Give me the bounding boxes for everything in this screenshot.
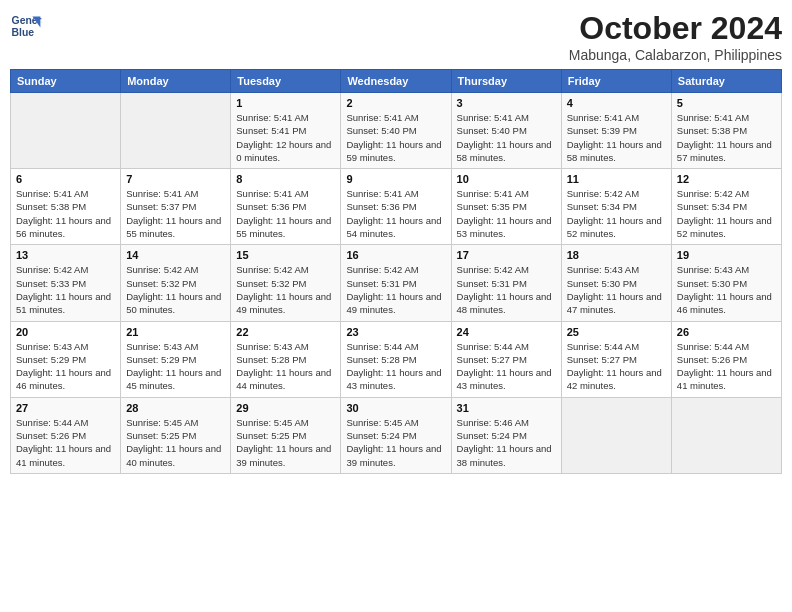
day-info: Sunrise: 5:45 AMSunset: 5:25 PMDaylight:… — [236, 416, 335, 469]
calendar-cell: 2Sunrise: 5:41 AMSunset: 5:40 PMDaylight… — [341, 93, 451, 169]
logo: General Blue — [10, 10, 42, 42]
day-number: 30 — [346, 402, 445, 414]
calendar-cell — [561, 397, 671, 473]
day-number: 21 — [126, 326, 225, 338]
day-info: Sunrise: 5:42 AMSunset: 5:32 PMDaylight:… — [236, 263, 335, 316]
day-number: 9 — [346, 173, 445, 185]
day-number: 27 — [16, 402, 115, 414]
day-number: 7 — [126, 173, 225, 185]
calendar-cell: 5Sunrise: 5:41 AMSunset: 5:38 PMDaylight… — [671, 93, 781, 169]
week-row-2: 6Sunrise: 5:41 AMSunset: 5:38 PMDaylight… — [11, 169, 782, 245]
day-info: Sunrise: 5:42 AMSunset: 5:31 PMDaylight:… — [346, 263, 445, 316]
day-info: Sunrise: 5:45 AMSunset: 5:25 PMDaylight:… — [126, 416, 225, 469]
day-number: 18 — [567, 249, 666, 261]
day-info: Sunrise: 5:42 AMSunset: 5:34 PMDaylight:… — [677, 187, 776, 240]
calendar-cell: 29Sunrise: 5:45 AMSunset: 5:25 PMDayligh… — [231, 397, 341, 473]
location-title: Mabunga, Calabarzon, Philippines — [569, 47, 782, 63]
day-number: 22 — [236, 326, 335, 338]
day-info: Sunrise: 5:42 AMSunset: 5:34 PMDaylight:… — [567, 187, 666, 240]
day-info: Sunrise: 5:41 AMSunset: 5:40 PMDaylight:… — [457, 111, 556, 164]
day-info: Sunrise: 5:43 AMSunset: 5:29 PMDaylight:… — [16, 340, 115, 393]
weekday-header-monday: Monday — [121, 70, 231, 93]
day-number: 13 — [16, 249, 115, 261]
week-row-1: 1Sunrise: 5:41 AMSunset: 5:41 PMDaylight… — [11, 93, 782, 169]
calendar-cell: 27Sunrise: 5:44 AMSunset: 5:26 PMDayligh… — [11, 397, 121, 473]
calendar-cell: 11Sunrise: 5:42 AMSunset: 5:34 PMDayligh… — [561, 169, 671, 245]
day-number: 2 — [346, 97, 445, 109]
calendar-cell: 26Sunrise: 5:44 AMSunset: 5:26 PMDayligh… — [671, 321, 781, 397]
weekday-header-sunday: Sunday — [11, 70, 121, 93]
calendar-cell: 22Sunrise: 5:43 AMSunset: 5:28 PMDayligh… — [231, 321, 341, 397]
day-info: Sunrise: 5:41 AMSunset: 5:35 PMDaylight:… — [457, 187, 556, 240]
calendar-cell: 8Sunrise: 5:41 AMSunset: 5:36 PMDaylight… — [231, 169, 341, 245]
day-number: 17 — [457, 249, 556, 261]
weekday-header-friday: Friday — [561, 70, 671, 93]
weekday-header-saturday: Saturday — [671, 70, 781, 93]
day-number: 12 — [677, 173, 776, 185]
day-number: 23 — [346, 326, 445, 338]
calendar-cell: 1Sunrise: 5:41 AMSunset: 5:41 PMDaylight… — [231, 93, 341, 169]
day-info: Sunrise: 5:41 AMSunset: 5:40 PMDaylight:… — [346, 111, 445, 164]
calendar-cell — [121, 93, 231, 169]
calendar-cell: 31Sunrise: 5:46 AMSunset: 5:24 PMDayligh… — [451, 397, 561, 473]
day-info: Sunrise: 5:43 AMSunset: 5:29 PMDaylight:… — [126, 340, 225, 393]
calendar-cell — [11, 93, 121, 169]
calendar-cell: 4Sunrise: 5:41 AMSunset: 5:39 PMDaylight… — [561, 93, 671, 169]
day-number: 5 — [677, 97, 776, 109]
day-number: 11 — [567, 173, 666, 185]
month-title: October 2024 — [569, 10, 782, 47]
calendar-cell: 7Sunrise: 5:41 AMSunset: 5:37 PMDaylight… — [121, 169, 231, 245]
day-info: Sunrise: 5:44 AMSunset: 5:27 PMDaylight:… — [457, 340, 556, 393]
calendar-cell: 23Sunrise: 5:44 AMSunset: 5:28 PMDayligh… — [341, 321, 451, 397]
day-number: 25 — [567, 326, 666, 338]
calendar-cell: 18Sunrise: 5:43 AMSunset: 5:30 PMDayligh… — [561, 245, 671, 321]
calendar-cell: 24Sunrise: 5:44 AMSunset: 5:27 PMDayligh… — [451, 321, 561, 397]
day-number: 19 — [677, 249, 776, 261]
day-info: Sunrise: 5:46 AMSunset: 5:24 PMDaylight:… — [457, 416, 556, 469]
day-info: Sunrise: 5:45 AMSunset: 5:24 PMDaylight:… — [346, 416, 445, 469]
day-info: Sunrise: 5:43 AMSunset: 5:30 PMDaylight:… — [567, 263, 666, 316]
day-info: Sunrise: 5:42 AMSunset: 5:32 PMDaylight:… — [126, 263, 225, 316]
calendar-cell: 21Sunrise: 5:43 AMSunset: 5:29 PMDayligh… — [121, 321, 231, 397]
day-info: Sunrise: 5:41 AMSunset: 5:37 PMDaylight:… — [126, 187, 225, 240]
day-number: 26 — [677, 326, 776, 338]
day-info: Sunrise: 5:41 AMSunset: 5:38 PMDaylight:… — [16, 187, 115, 240]
calendar-cell: 13Sunrise: 5:42 AMSunset: 5:33 PMDayligh… — [11, 245, 121, 321]
day-number: 10 — [457, 173, 556, 185]
week-row-4: 20Sunrise: 5:43 AMSunset: 5:29 PMDayligh… — [11, 321, 782, 397]
day-number: 16 — [346, 249, 445, 261]
day-number: 8 — [236, 173, 335, 185]
day-info: Sunrise: 5:42 AMSunset: 5:33 PMDaylight:… — [16, 263, 115, 316]
day-info: Sunrise: 5:41 AMSunset: 5:39 PMDaylight:… — [567, 111, 666, 164]
calendar-cell: 19Sunrise: 5:43 AMSunset: 5:30 PMDayligh… — [671, 245, 781, 321]
week-row-3: 13Sunrise: 5:42 AMSunset: 5:33 PMDayligh… — [11, 245, 782, 321]
weekday-header-wednesday: Wednesday — [341, 70, 451, 93]
calendar-cell: 14Sunrise: 5:42 AMSunset: 5:32 PMDayligh… — [121, 245, 231, 321]
calendar-cell: 3Sunrise: 5:41 AMSunset: 5:40 PMDaylight… — [451, 93, 561, 169]
calendar-cell: 15Sunrise: 5:42 AMSunset: 5:32 PMDayligh… — [231, 245, 341, 321]
day-number: 3 — [457, 97, 556, 109]
day-number: 28 — [126, 402, 225, 414]
weekday-header-tuesday: Tuesday — [231, 70, 341, 93]
day-number: 20 — [16, 326, 115, 338]
day-info: Sunrise: 5:44 AMSunset: 5:26 PMDaylight:… — [677, 340, 776, 393]
day-number: 31 — [457, 402, 556, 414]
calendar-cell: 12Sunrise: 5:42 AMSunset: 5:34 PMDayligh… — [671, 169, 781, 245]
calendar-cell: 16Sunrise: 5:42 AMSunset: 5:31 PMDayligh… — [341, 245, 451, 321]
calendar-cell: 25Sunrise: 5:44 AMSunset: 5:27 PMDayligh… — [561, 321, 671, 397]
calendar-cell: 17Sunrise: 5:42 AMSunset: 5:31 PMDayligh… — [451, 245, 561, 321]
day-info: Sunrise: 5:44 AMSunset: 5:26 PMDaylight:… — [16, 416, 115, 469]
calendar-cell: 28Sunrise: 5:45 AMSunset: 5:25 PMDayligh… — [121, 397, 231, 473]
title-area: October 2024 Mabunga, Calabarzon, Philip… — [569, 10, 782, 63]
weekday-header-thursday: Thursday — [451, 70, 561, 93]
day-info: Sunrise: 5:41 AMSunset: 5:36 PMDaylight:… — [346, 187, 445, 240]
calendar-cell: 20Sunrise: 5:43 AMSunset: 5:29 PMDayligh… — [11, 321, 121, 397]
day-number: 14 — [126, 249, 225, 261]
day-info: Sunrise: 5:41 AMSunset: 5:38 PMDaylight:… — [677, 111, 776, 164]
day-info: Sunrise: 5:44 AMSunset: 5:28 PMDaylight:… — [346, 340, 445, 393]
day-info: Sunrise: 5:41 AMSunset: 5:41 PMDaylight:… — [236, 111, 335, 164]
day-number: 24 — [457, 326, 556, 338]
day-number: 6 — [16, 173, 115, 185]
logo-icon: General Blue — [10, 10, 42, 42]
day-info: Sunrise: 5:44 AMSunset: 5:27 PMDaylight:… — [567, 340, 666, 393]
